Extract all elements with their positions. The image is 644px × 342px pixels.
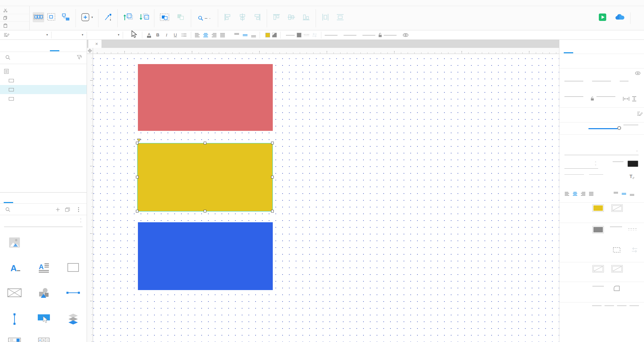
tree-item-red[interactable] — [0, 76, 87, 85]
group-tool[interactable] — [156, 13, 173, 23]
bullet-list-button[interactable] — [181, 32, 187, 38]
search-icon[interactable] — [5, 55, 10, 60]
widget-button-shape[interactable] — [29, 288, 58, 302]
text-align-justify-button[interactable] — [220, 33, 225, 37]
line-color-swatch[interactable] — [592, 226, 604, 233]
italic-button[interactable]: I — [163, 32, 170, 38]
select-single-icon[interactable] — [47, 13, 56, 22]
widget-style-dropdown[interactable]: ▾ — [0, 30, 51, 39]
font-size-field[interactable] — [123, 30, 142, 39]
line-type-button[interactable] — [627, 227, 638, 232]
copy-button[interactable] — [0, 14, 29, 22]
search-icon[interactable] — [5, 207, 10, 212]
insert-caret-icon[interactable]: ▾ — [91, 16, 93, 19]
tree-item-blue[interactable] — [0, 94, 87, 103]
margin-bottom-field[interactable] — [630, 305, 639, 306]
resize-handle-n[interactable] — [204, 142, 206, 144]
select-mode-tool[interactable] — [30, 12, 59, 24]
widget-h1[interactable] — [29, 237, 58, 239]
vertical-align-bottom-button[interactable] — [630, 192, 635, 196]
close-tab-icon[interactable]: ✕ — [95, 42, 98, 46]
shadow-outer-swatch[interactable] — [592, 265, 604, 273]
send-to-back-tool[interactable] — [136, 13, 152, 23]
lock-ratio-icon[interactable] — [590, 96, 594, 101]
widget-h2[interactable] — [59, 237, 87, 239]
text-transform-icon[interactable]: T — [629, 173, 636, 179]
chevron-down-icon[interactable]: ⌄ — [636, 148, 638, 152]
widget-clipped-2[interactable]: ABC — [29, 337, 58, 342]
widget-dynamic-panel[interactable] — [59, 313, 87, 328]
share-button[interactable] — [612, 13, 628, 23]
point-tool[interactable] — [100, 13, 115, 23]
visibility-eye-icon[interactable] — [403, 33, 409, 37]
y-field[interactable] — [344, 35, 356, 35]
vertical-align-middle-button[interactable] — [242, 33, 248, 37]
vertical-align-top-button[interactable] — [234, 33, 239, 37]
tree-item-yellow-selected[interactable] — [0, 85, 87, 94]
opacity-field[interactable] — [623, 124, 638, 125]
zoom-control[interactable]: ⌄ — [193, 16, 216, 21]
text-align-center-button[interactable] — [203, 33, 208, 37]
margin-top-field[interactable] — [605, 305, 614, 306]
fill-color-swatch[interactable] — [592, 204, 604, 212]
line-width-field[interactable] — [286, 35, 295, 35]
resize-handle-nw[interactable] — [136, 142, 139, 144]
font-color-button[interactable]: A — [146, 32, 152, 38]
paste-button[interactable] — [0, 22, 29, 29]
kebab-menu-icon[interactable] — [78, 207, 79, 212]
filter-icon[interactable] — [77, 55, 82, 60]
widget-placeholder[interactable] — [0, 288, 29, 301]
resize-handle-s[interactable] — [204, 210, 206, 212]
font-size-field[interactable] — [613, 161, 623, 162]
x-field[interactable] — [564, 80, 583, 81]
design-canvas[interactable] — [93, 54, 559, 342]
resize-handle-ne[interactable] — [271, 142, 274, 144]
insert-tool[interactable]: ▾ — [78, 13, 96, 23]
line-visibility-button[interactable] — [613, 247, 621, 253]
resize-handle-e[interactable] — [271, 176, 274, 178]
font-family-dropdown[interactable]: ▾ — [52, 30, 87, 39]
line-width-field[interactable] — [610, 226, 622, 227]
radius-visibility-button[interactable] — [613, 285, 620, 291]
font-color-swatch[interactable] — [627, 161, 638, 167]
ruler-origin-icon[interactable] — [87, 48, 93, 54]
vertical-align-top-button[interactable] — [613, 192, 618, 196]
widget-paragraph[interactable]: A — [29, 262, 58, 277]
widget-rectangle[interactable] — [59, 262, 87, 275]
font-weight-dropdown[interactable]: ▾ — [87, 30, 123, 39]
text-align-right-button[interactable] — [581, 192, 586, 196]
bring-to-front-tool[interactable] — [120, 13, 136, 23]
text-align-left-button[interactable] — [564, 192, 569, 196]
text-align-left-button[interactable] — [195, 33, 200, 37]
rotation-field[interactable] — [620, 80, 628, 81]
visibility-eye-icon[interactable] — [635, 71, 641, 75]
shadow-inner-swatch[interactable] — [611, 265, 623, 273]
preview-button[interactable] — [595, 13, 610, 23]
edit-style-icon[interactable] — [637, 111, 643, 116]
line-height-field[interactable] — [564, 174, 584, 175]
widget-vertical-line[interactable] — [0, 313, 29, 328]
h-field[interactable] — [384, 35, 397, 35]
shape-blue[interactable] — [138, 222, 273, 290]
widget-clipped-1[interactable] — [0, 337, 29, 342]
x-field[interactable] — [325, 35, 338, 35]
radius-field[interactable] — [592, 285, 604, 286]
select-marquee-icon[interactable] — [33, 12, 44, 22]
text-align-justify-button[interactable] — [589, 192, 594, 196]
fill-opacity-swatch[interactable] — [272, 33, 277, 37]
resize-handle-sw[interactable] — [136, 210, 139, 212]
letter-spacing-field[interactable] — [589, 174, 603, 175]
cut-button[interactable] — [0, 7, 29, 14]
tree-root-page[interactable] — [0, 67, 87, 76]
fit-width-icon[interactable] — [623, 96, 630, 101]
w-field[interactable] — [564, 96, 583, 97]
h-field[interactable] — [596, 96, 615, 97]
widget-hotspot[interactable] — [29, 313, 58, 328]
margin-right-field[interactable] — [617, 305, 626, 306]
weight-stepper-icon[interactable]: ⌃⌄ — [594, 162, 597, 165]
bold-button[interactable]: B — [154, 32, 161, 38]
fill-color-swatch[interactable] — [265, 33, 270, 37]
widget-text-label[interactable]: A — [0, 262, 29, 276]
library-stepper-icon[interactable]: ⌃⌄ — [80, 219, 82, 222]
vertical-align-middle-button[interactable] — [621, 192, 626, 196]
